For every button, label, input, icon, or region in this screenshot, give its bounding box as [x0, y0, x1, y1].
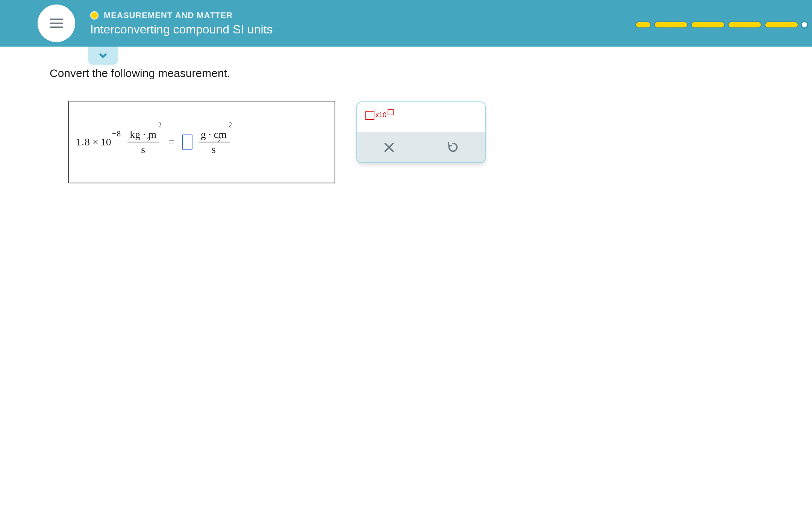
- expand-button[interactable]: [88, 47, 118, 65]
- status-dot-icon: [90, 11, 98, 20]
- from-unit-fraction: kg · m 2 s 2: [127, 128, 159, 156]
- to-unit-numerator: g · cm 2: [198, 128, 230, 141]
- clear-button[interactable]: [380, 138, 398, 156]
- undo-icon: [446, 141, 460, 154]
- unit-s: s: [212, 144, 216, 155]
- progress-segment: [691, 21, 725, 28]
- exponent: −8: [112, 129, 121, 139]
- unit-kg: kg: [130, 129, 140, 140]
- unit-dot: ·: [143, 129, 145, 140]
- goal-marker-icon: [801, 21, 808, 29]
- breadcrumb-label: MEASUREMENT AND MATTER: [104, 11, 233, 20]
- question-prompt: Convert the following measurement.: [50, 67, 230, 80]
- placeholder-box-icon: [365, 111, 374, 120]
- palette-tools: x10: [357, 102, 485, 132]
- hamburger-icon: [48, 15, 64, 31]
- progress-segment: [728, 21, 762, 28]
- unit-cm-exponent: 2: [229, 121, 232, 130]
- unit-s-exponent: 2: [218, 136, 221, 145]
- to-unit-denominator: s 2: [209, 143, 219, 156]
- times-symbol: ×: [92, 136, 98, 148]
- answer-input[interactable]: [182, 135, 192, 150]
- progress-bar: [635, 21, 808, 29]
- equals-symbol: =: [168, 136, 174, 148]
- unit-m-exponent: 2: [158, 121, 162, 130]
- header-titles: MEASUREMENT AND MATTER Interconverting c…: [90, 11, 273, 36]
- x10-label: x10: [376, 111, 386, 119]
- equation-box: 1.8 × 10 −8 kg · m 2 s 2 = g · cm 2: [68, 101, 335, 183]
- base-ten: 10: [101, 136, 111, 148]
- close-icon: [382, 141, 396, 154]
- progress-segment: [654, 21, 688, 28]
- to-unit-fraction: g · cm 2 s 2: [198, 128, 230, 156]
- scientific-notation-tool[interactable]: x10: [364, 108, 395, 121]
- placeholder-exponent-box-icon: [388, 109, 394, 115]
- page-title: Interconverting compound SI units: [90, 23, 273, 36]
- from-unit-numerator: kg · m 2: [127, 128, 159, 141]
- unit-g: g: [201, 129, 206, 140]
- unit-s: s: [141, 144, 145, 155]
- fraction-bar-icon: [198, 142, 230, 142]
- unit-s-exponent: 2: [147, 136, 150, 145]
- tool-palette: x10: [356, 101, 486, 163]
- palette-actions: [357, 132, 485, 162]
- undo-button[interactable]: [444, 138, 462, 156]
- chevron-down-icon: [97, 50, 109, 61]
- header-bar: MEASUREMENT AND MATTER Interconverting c…: [0, 0, 812, 47]
- progress-segment: [635, 21, 651, 28]
- unit-dot: ·: [209, 129, 211, 140]
- coefficient: 1.8: [76, 136, 90, 148]
- breadcrumb: MEASUREMENT AND MATTER: [90, 11, 273, 20]
- fraction-bar-icon: [127, 142, 159, 142]
- progress-segment: [765, 21, 798, 28]
- from-unit-denominator: s 2: [139, 143, 148, 156]
- menu-button[interactable]: [38, 5, 75, 42]
